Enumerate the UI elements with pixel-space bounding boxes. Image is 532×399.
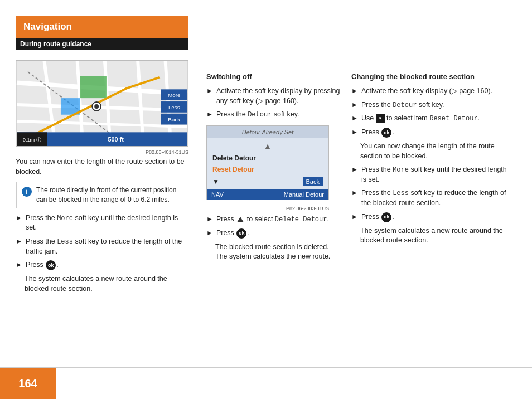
mid-bullet-1: ► Activate the soft key display by press… [206, 86, 340, 106]
right-text-7: Press the Less soft key to reduce the le… [361, 188, 513, 208]
right-arrow-3: ► [351, 114, 358, 122]
code-detour-1: Detour [248, 111, 272, 119]
code-delete-detour: Delete Detour [275, 216, 327, 223]
mid-arrow-3: ► [206, 215, 213, 223]
dialog-title: Detour Already Set [207, 126, 328, 138]
mid-column: Switching off ► Activate the soft key di… [206, 72, 340, 266]
code-reset-detour: Reset Detour [429, 115, 477, 123]
right-text-4: Press ok. [361, 128, 394, 138]
bullet-text-2: Press the Less soft key to reduce the le… [26, 237, 188, 256]
bullet-arrow-1: ► [16, 214, 22, 222]
dialog-body: ▲ Delete Detour Reset Detour ▼ Back [207, 138, 328, 189]
code-detour-2: Detour [393, 101, 417, 109]
mid-text-1: Activate the soft key display by pressin… [216, 86, 340, 106]
right-bullet-2: ► Press the Detour soft key. [351, 100, 513, 110]
ok-button-4: ok [381, 212, 391, 222]
svg-text:500 ft: 500 ft [108, 136, 124, 143]
mid-text-4: Press ok. [216, 228, 249, 239]
left-intro-text: You can now enter the length of the rout… [16, 157, 188, 177]
right-bullet-6: ► Press the More soft key until the desi… [351, 165, 513, 184]
mid-text-3: Press to select Delete Detour. [216, 215, 329, 225]
dialog-triangle-up: ▲ [212, 142, 323, 150]
right-text-1: Activate the soft key display (▷ page 16… [361, 86, 492, 96]
mid-bullet-3: ► Press to select Delete Detour. [206, 215, 340, 225]
right-bullet-9: The system calculates a new route around… [351, 226, 513, 246]
code-less-1: Less [57, 238, 73, 246]
mid-arrow-4: ► [206, 229, 213, 237]
bullet-arrow-2: ► [16, 237, 22, 245]
svg-rect-11 [80, 76, 107, 98]
dialog-triangle-down: ▼ [212, 178, 219, 186]
right-bullet-1: ► Activate the soft key display (▷ page … [351, 86, 513, 96]
mid-arrow-1: ► [206, 87, 213, 95]
svg-point-14 [94, 104, 99, 109]
dialog-footer-title: Manual Detour [284, 191, 324, 198]
svg-text:Less: Less [168, 104, 180, 110]
code-less-2: Less [393, 189, 409, 197]
map-image: More Less Back 0.1mi ⓘ 500 ft [16, 60, 188, 147]
svg-text:More: More [168, 92, 181, 98]
col-divider-2 [345, 56, 345, 373]
detour-dialog: Detour Already Set ▲ Delete Detour Reset… [206, 125, 329, 200]
dialog-caption: P82.86-2883-31US [206, 206, 329, 211]
right-bullet-5: You can now change the length of the rou… [351, 142, 513, 161]
bullet-text-1: Press the More soft key until the desire… [26, 213, 188, 233]
right-arrow-4: ► [351, 128, 358, 136]
info-box: i The route directly in front of the cur… [16, 182, 188, 208]
code-more-1: More [57, 215, 73, 222]
page-number: 164 [18, 377, 37, 390]
up-triangle-icon-1 [237, 217, 244, 222]
select-down-icon: ▼ [376, 114, 385, 123]
right-arrow-2: ► [351, 101, 358, 109]
right-arrow-1: ► [351, 87, 358, 95]
code-more-2: More [393, 166, 409, 174]
right-text-3: Use ▼ to select item Reset Detour. [361, 114, 480, 124]
dialog-footer-nav: NAV [211, 191, 224, 198]
ok-button-1: ok [46, 260, 56, 270]
header-title: Navigation [23, 21, 72, 32]
left-bullet-4: The system calculates a new route around… [16, 274, 188, 294]
changing-route-title: Changing the blocked route section [351, 72, 513, 81]
map-caption: P82.86-4014-31US [16, 149, 188, 155]
mid-bullet-2: ► Press the Detour soft key. [206, 110, 340, 120]
ok-button-2: ok [236, 228, 246, 239]
ok-button-3: ok [381, 128, 391, 138]
right-bullet-7: ► Press the Less soft key to reduce the … [351, 188, 513, 208]
h-divider [0, 55, 532, 55]
left-bullet-1: ► Press the More soft key until the desi… [16, 213, 188, 233]
left-column: You can now enter the length of the rout… [16, 157, 188, 298]
right-text-6: Press the More soft key until the desire… [361, 165, 513, 184]
mid-bullet-5: The blocked route section is deleted. Th… [206, 242, 340, 262]
sub-header-bar: During route guidance [16, 38, 188, 50]
dialog-footer: NAV Manual Detour [207, 189, 328, 199]
right-text-5: You can now change the length of the rou… [351, 142, 513, 161]
dialog-triangle-down-row: ▼ Back [212, 177, 323, 186]
left-bullet-3: ► Press ok. [16, 260, 188, 270]
svg-text:0.1mi  ⓘ: 0.1mi ⓘ [23, 137, 41, 143]
page-number-box: 164 [0, 368, 56, 399]
bullet-text-4: The system calculates a new route around… [16, 274, 188, 294]
mid-bullet-4: ► Press ok. [206, 228, 340, 239]
dialog-item-2: Reset Detour [212, 164, 323, 175]
mid-arrow-2: ► [206, 110, 213, 118]
right-bullet-3: ► Use ▼ to select item Reset Detour. [351, 114, 513, 124]
right-column: Changing the blocked route section ► Act… [351, 72, 513, 250]
info-text: The route directly in front of the curre… [36, 186, 184, 205]
right-bullet-8: ► Press ok. [351, 212, 513, 222]
dialog-back: Back [303, 177, 323, 186]
svg-text:Back: Back [168, 116, 180, 123]
switching-off-title: Switching off [206, 72, 340, 81]
sub-header-title: During route guidance [20, 40, 91, 48]
right-arrow-7: ► [351, 189, 358, 197]
right-arrow-6: ► [351, 166, 358, 173]
bottom-divider [0, 367, 532, 368]
bullet-arrow-3: ► [16, 261, 22, 269]
col-divider-1 [201, 56, 201, 373]
right-text-8: Press ok. [361, 212, 394, 222]
bullet-text-3: Press ok. [26, 260, 59, 270]
header-orange-bar: Navigation [16, 16, 188, 38]
right-bullet-4: ► Press ok. [351, 128, 513, 138]
right-arrow-8: ► [351, 213, 358, 221]
dialog-item-1: Delete Detour [212, 153, 323, 164]
mid-text-2: Press the Detour soft key. [216, 110, 299, 120]
